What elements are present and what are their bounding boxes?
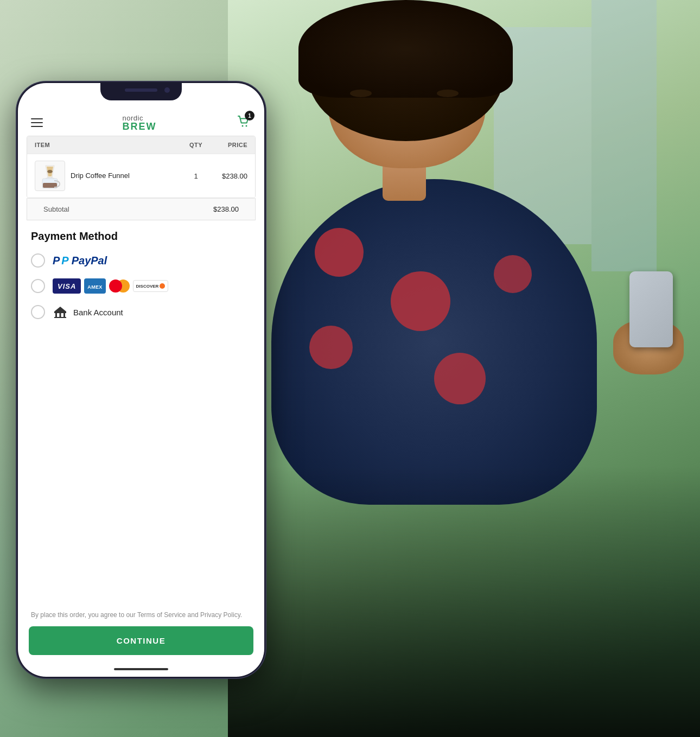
polka-dot-5 bbox=[494, 255, 532, 293]
paypal-p-dark: P bbox=[53, 255, 60, 267]
polka-dot-1 bbox=[315, 228, 364, 277]
phone-notch bbox=[100, 83, 182, 100]
polka-dot-3 bbox=[309, 326, 353, 369]
logo-brew-text: BREW bbox=[123, 122, 157, 131]
notch-camera bbox=[164, 87, 170, 93]
visa-logo: VISA bbox=[53, 278, 81, 294]
phone-screen: nordic BREW 1 bbox=[18, 83, 264, 677]
col-item-header: ITEM bbox=[35, 142, 182, 148]
hamburger-menu[interactable] bbox=[31, 118, 43, 127]
left-eye bbox=[350, 90, 372, 97]
held-phone bbox=[629, 271, 673, 347]
polka-dot-4 bbox=[434, 353, 486, 404]
svg-rect-12 bbox=[54, 317, 66, 318]
spacer bbox=[18, 420, 264, 610]
cart-button[interactable]: 1 bbox=[236, 114, 251, 131]
terms-text: By place this order, you agree to our Te… bbox=[18, 610, 264, 626]
svg-rect-8 bbox=[54, 312, 66, 313]
product-name: Drip Coffee Funnel bbox=[71, 171, 182, 181]
cart-badge: 1 bbox=[245, 111, 254, 120]
dark-overlay bbox=[228, 466, 700, 737]
hamburger-line-2 bbox=[31, 122, 43, 123]
payment-section: Payment Method P P PayPal bbox=[18, 220, 264, 420]
paypal-logo: P P PayPal bbox=[53, 255, 107, 267]
svg-marker-13 bbox=[54, 307, 66, 312]
paypal-text: PayPal bbox=[72, 255, 107, 267]
paypal-radio[interactable] bbox=[31, 253, 45, 268]
payment-title: Payment Method bbox=[31, 230, 251, 243]
bank-content: Bank Account bbox=[53, 304, 123, 320]
hamburger-line-3 bbox=[31, 126, 43, 127]
svg-point-1 bbox=[246, 125, 247, 127]
hamburger-line-1 bbox=[31, 118, 43, 119]
amex-logo: AMEX bbox=[84, 278, 105, 294]
subtotal-amount: $238.00 bbox=[213, 205, 239, 213]
svg-rect-9 bbox=[55, 313, 57, 317]
col-price-header: PRICE bbox=[209, 142, 247, 148]
polka-dot-2 bbox=[391, 271, 450, 331]
phone-wrapper: nordic BREW 1 bbox=[16, 81, 266, 678]
product-price: $238.00 bbox=[209, 172, 247, 180]
discover-text: DISCOVER bbox=[136, 284, 159, 289]
home-indicator bbox=[18, 664, 264, 677]
subtotal-label: Subtotal bbox=[43, 205, 69, 213]
home-bar bbox=[114, 668, 168, 670]
mastercard-logo bbox=[109, 279, 130, 293]
logo-nordic-text: nordic bbox=[123, 115, 143, 122]
bank-radio[interactable] bbox=[31, 305, 45, 319]
card-logos: VISA AMEX bbox=[53, 278, 168, 294]
visa-text: VISA bbox=[58, 282, 76, 290]
svg-rect-11 bbox=[63, 313, 65, 317]
discover-dot bbox=[160, 283, 165, 289]
order-table: ITEM QTY PRICE bbox=[27, 136, 256, 198]
app-logo: nordic BREW bbox=[123, 115, 157, 131]
col-qty-header: QTY bbox=[182, 142, 209, 148]
app-header: nordic BREW 1 bbox=[18, 107, 264, 136]
discover-logo: DISCOVER bbox=[133, 280, 169, 292]
svg-rect-10 bbox=[60, 313, 61, 317]
continue-button[interactable]: CONTINUE bbox=[29, 626, 253, 655]
phone-content: nordic BREW 1 bbox=[18, 83, 264, 677]
bank-option[interactable]: Bank Account bbox=[31, 304, 251, 320]
subtotal-row: Subtotal $238.00 bbox=[27, 198, 256, 220]
product-thumbnail bbox=[35, 161, 65, 191]
table-header: ITEM QTY PRICE bbox=[27, 136, 255, 154]
cards-radio[interactable] bbox=[31, 279, 45, 293]
svg-point-7 bbox=[47, 170, 53, 173]
notch-speaker bbox=[125, 88, 157, 92]
mc-red-circle bbox=[109, 279, 122, 293]
building-bg-2 bbox=[591, 0, 657, 271]
bank-icon bbox=[53, 304, 68, 320]
product-qty: 1 bbox=[182, 172, 209, 180]
paypal-option[interactable]: P P PayPal bbox=[31, 253, 251, 268]
right-eye bbox=[437, 90, 459, 97]
svg-point-0 bbox=[242, 125, 244, 127]
amex-text: AMEX bbox=[87, 284, 102, 290]
bank-label: Bank Account bbox=[73, 308, 123, 317]
person-hair-top bbox=[298, 0, 513, 98]
phone-frame: nordic BREW 1 bbox=[16, 81, 266, 678]
coffee-funnel-image bbox=[38, 162, 62, 189]
cards-option[interactable]: VISA AMEX bbox=[31, 278, 251, 294]
paypal-p-light: P bbox=[61, 255, 68, 267]
table-row: Drip Coffee Funnel 1 $238.00 bbox=[27, 154, 255, 198]
